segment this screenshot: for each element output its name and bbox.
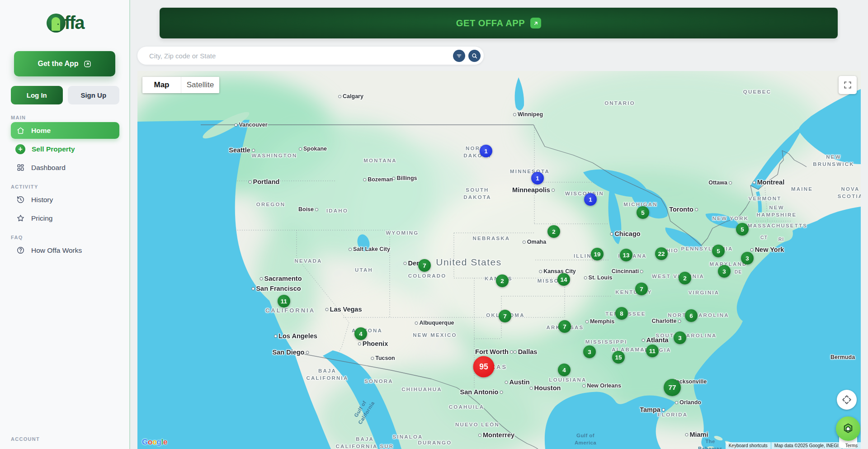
home-location-button[interactable]: [836, 416, 860, 441]
map-type-control: Map Satellite: [142, 77, 219, 93]
dashboard-icon: [16, 163, 25, 172]
map-cluster-marker[interactable]: 3: [674, 331, 686, 344]
map-cluster-marker[interactable]: 3: [718, 265, 731, 278]
map-cluster-marker[interactable]: 3: [741, 252, 754, 265]
map-cluster-marker[interactable]: 2: [547, 225, 560, 238]
sidebar-item-label: Home: [31, 127, 51, 135]
map-cluster-marker[interactable]: 13: [620, 249, 632, 261]
offa-logo-door-icon: [47, 14, 66, 33]
map-cluster-marker[interactable]: 3: [583, 345, 596, 358]
map-cluster-marker[interactable]: 7: [418, 259, 431, 272]
sidebar-item-label: History: [31, 196, 53, 204]
map-cluster-marker[interactable]: 5: [712, 245, 725, 257]
location-search: [137, 47, 484, 65]
sidebar-item-label: Sell Property: [32, 145, 75, 153]
map-cluster-marker[interactable]: 4: [558, 364, 571, 376]
login-button[interactable]: Log In: [11, 86, 63, 104]
sidebar-item-how-offa-works[interactable]: How Offa Works: [11, 242, 119, 259]
sidebar-item-dashboard[interactable]: Dashboard: [11, 159, 119, 176]
nav-section-label: FAQ: [11, 228, 119, 240]
banner-label: GET OFFA APP: [456, 18, 525, 28]
google-logo: Google: [142, 438, 167, 447]
fullscreen-button[interactable]: [839, 76, 857, 94]
map-cluster-marker[interactable]: 2: [496, 274, 509, 287]
get-app-label: Get the App: [38, 60, 78, 68]
map-cluster-marker[interactable]: 77: [664, 379, 681, 396]
plus-icon: +: [16, 144, 25, 154]
sidebar-item-sell-property[interactable]: +Sell Property: [11, 141, 119, 157]
logo-text: ffa: [65, 13, 84, 33]
map-type-satellite-button[interactable]: Satellite: [181, 77, 219, 93]
sidebar-nav: MAINHome+Sell PropertyDashboardACTIVITYH…: [0, 109, 130, 260]
terms-link[interactable]: Terms: [842, 442, 861, 449]
map-cluster-marker[interactable]: 11: [278, 295, 290, 307]
map-cluster-marker[interactable]: 1: [531, 172, 544, 184]
pan-arrows-icon: [841, 394, 853, 406]
map-cluster-marker[interactable]: 4: [354, 327, 367, 340]
map-attribution: Keyboard shortcutsMap data ©2025 Google,…: [726, 442, 861, 449]
sidebar: ffa Get the App Log In Sign Up MAINHome+…: [0, 0, 130, 449]
map-cluster-marker[interactable]: 11: [646, 345, 659, 357]
main-content: GET OFFA APP: [130, 0, 868, 449]
signup-button[interactable]: Sign Up: [68, 86, 120, 104]
house-box-icon: [841, 422, 855, 435]
map-cluster-marker[interactable]: 7: [635, 283, 648, 295]
map-cluster-marker[interactable]: 2: [679, 272, 691, 284]
search-input[interactable]: [149, 52, 450, 60]
home-icon: [16, 126, 25, 135]
sidebar-item-home[interactable]: Home: [11, 122, 119, 139]
map-cluster-marker[interactable]: 1: [584, 193, 597, 206]
nav-section-label: ACTIVITY: [11, 178, 119, 189]
nav-section-label: MAIN: [11, 109, 119, 120]
star-icon: [16, 214, 25, 222]
filter-button[interactable]: [453, 50, 465, 62]
sidebar-item-label: How Offa Works: [31, 246, 82, 255]
offa-logo[interactable]: ffa: [0, 13, 130, 33]
map-markers-layer: 111552191322533721472117867343151147795: [137, 71, 861, 449]
map-cluster-marker[interactable]: 5: [736, 223, 749, 236]
fullscreen-icon: [843, 80, 852, 90]
map-cluster-marker[interactable]: 22: [655, 247, 668, 260]
map-cluster-marker[interactable]: 1: [480, 145, 492, 157]
map-cluster-marker[interactable]: 6: [685, 309, 698, 322]
map-cluster-marker[interactable]: 14: [557, 273, 570, 286]
pan-control-button[interactable]: [837, 390, 857, 410]
history-icon: [16, 195, 25, 204]
account-section-label: ACCOUNT: [11, 436, 40, 442]
get-offa-app-banner[interactable]: GET OFFA APP: [160, 8, 838, 38]
map-cluster-marker[interactable]: 5: [637, 206, 649, 219]
sidebar-item-label: Pricing: [31, 214, 52, 222]
sidebar-item-pricing[interactable]: Pricing: [11, 210, 119, 227]
map-cluster-marker[interactable]: 95: [473, 356, 495, 378]
map-cluster-marker[interactable]: 19: [591, 248, 604, 260]
map-cluster-marker[interactable]: 15: [612, 351, 625, 364]
filter-icon: [455, 52, 463, 60]
map-data-attribution: Map data ©2025 Google, INEGI: [771, 442, 842, 449]
external-link-icon: [530, 18, 541, 28]
map-cluster-marker[interactable]: 8: [615, 307, 628, 320]
map-cluster-marker[interactable]: 7: [558, 320, 571, 333]
map-cluster-marker[interactable]: 7: [499, 310, 511, 322]
sidebar-item-history[interactable]: History: [11, 191, 119, 208]
keyboard-shortcuts-link[interactable]: Keyboard shortcuts: [726, 442, 771, 449]
sidebar-item-label: Dashboard: [31, 164, 66, 172]
google-map[interactable]: United StatesWASHINGTONMONTANAOREGONIDAH…: [137, 71, 861, 449]
map-type-map-button[interactable]: Map: [142, 77, 181, 93]
external-link-icon: [83, 60, 92, 68]
question-icon: [16, 246, 25, 255]
search-icon: [471, 52, 478, 60]
get-the-app-button[interactable]: Get the App: [14, 51, 115, 76]
search-button[interactable]: [468, 50, 481, 62]
